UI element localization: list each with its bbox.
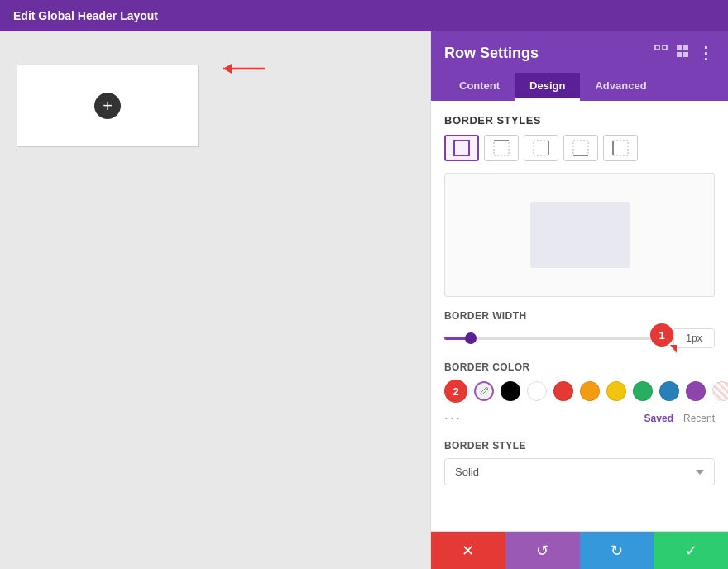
border-preview-inner <box>530 202 630 268</box>
panel-tabs: Content Design Advanced <box>444 73 715 101</box>
swatch-green[interactable] <box>633 381 653 401</box>
svg-rect-2 <box>663 45 667 50</box>
svg-rect-12 <box>573 141 588 155</box>
border-style-select[interactable]: Solid Dashed Dotted Double Groove Ridge … <box>444 458 715 485</box>
border-style-buttons <box>444 135 715 161</box>
saved-recent-row: ··· Saved Recent <box>444 409 715 427</box>
swatch-purple[interactable] <box>686 381 706 401</box>
panel-title: Row Settings <box>444 45 539 62</box>
swatch-orange[interactable] <box>580 381 600 401</box>
border-styles-section: Border Styles <box>444 114 715 161</box>
svg-rect-10 <box>534 141 548 155</box>
top-bar-title: Edit Global Header Layout <box>13 9 158 22</box>
arrow-indicator <box>215 56 273 84</box>
swatch-yellow[interactable] <box>606 381 626 401</box>
border-style-section: Border Style Solid Dashed Dotted Double … <box>444 440 715 485</box>
border-preview <box>444 173 715 297</box>
swatch-transparent[interactable] <box>712 381 728 401</box>
border-styles-label: Border Styles <box>444 114 715 127</box>
canvas-box: + <box>17 65 199 147</box>
panel-icons: ⋮ <box>654 43 715 63</box>
border-right-btn[interactable] <box>524 135 558 161</box>
border-all-btn[interactable] <box>444 135 479 161</box>
svg-rect-4 <box>683 45 688 50</box>
border-left-btn[interactable] <box>603 135 638 161</box>
eyedropper-swatch[interactable] <box>474 381 494 401</box>
bottom-bar: ✕ ↺ ↻ ✓ <box>431 531 728 569</box>
border-width-slider[interactable] <box>444 337 665 340</box>
canvas-area: + <box>0 31 430 569</box>
svg-rect-7 <box>454 141 469 155</box>
panel-content: Border Styles <box>431 101 728 531</box>
step-badge-1: 1 <box>650 323 673 347</box>
panel-header: Row Settings ⋮ Content Design Advanced <box>431 31 728 101</box>
svg-rect-14 <box>613 141 628 155</box>
swatch-red[interactable] <box>553 381 573 401</box>
panel-header-top: Row Settings ⋮ <box>444 43 715 63</box>
undo-button[interactable]: ↺ <box>505 532 580 569</box>
tab-content[interactable]: Content <box>444 73 515 101</box>
svg-rect-6 <box>683 52 688 57</box>
grid-icon[interactable] <box>676 45 689 61</box>
more-icon[interactable]: ⋮ <box>697 43 715 63</box>
step-badge-2: 2 <box>444 380 467 403</box>
border-width-section: Border Width 1 1px <box>444 310 715 348</box>
slider-wrapper: 1 <box>444 337 665 340</box>
border-width-label: Border Width <box>444 310 715 322</box>
saved-link[interactable]: Saved <box>644 413 673 424</box>
add-button[interactable]: + <box>94 93 121 119</box>
svg-rect-5 <box>677 52 682 57</box>
slider-row: 1 1px <box>444 328 715 348</box>
svg-rect-3 <box>677 45 682 50</box>
border-width-input[interactable]: 1px <box>673 328 715 348</box>
svg-rect-1 <box>655 45 659 50</box>
badge-2-wrapper: 2 <box>444 380 467 403</box>
tab-advanced[interactable]: Advanced <box>580 73 661 101</box>
redo-button[interactable]: ↻ <box>580 532 654 569</box>
top-bar: Edit Global Header Layout <box>0 0 728 31</box>
swatch-black[interactable] <box>500 381 520 401</box>
main-layout: + Row Settings <box>0 31 728 569</box>
tab-design[interactable]: Design <box>515 73 580 101</box>
cancel-button[interactable]: ✕ <box>431 532 505 569</box>
border-top-btn[interactable] <box>484 135 519 161</box>
recent-link[interactable]: Recent <box>683 413 715 424</box>
svg-rect-8 <box>494 141 509 155</box>
swatch-blue[interactable] <box>659 381 679 401</box>
border-color-label: Border Color <box>444 361 715 373</box>
save-button[interactable]: ✓ <box>654 532 728 569</box>
border-color-section: Border Color 2 <box>444 361 715 427</box>
border-style-label: Border Style <box>444 440 715 452</box>
swatch-white[interactable] <box>527 381 547 401</box>
right-panel: Row Settings ⋮ Content Design Advanced <box>430 31 728 569</box>
border-bottom-btn[interactable] <box>563 135 598 161</box>
more-swatches[interactable]: ··· <box>444 409 462 427</box>
svg-marker-0 <box>223 64 232 74</box>
fullscreen-icon[interactable] <box>654 45 668 61</box>
